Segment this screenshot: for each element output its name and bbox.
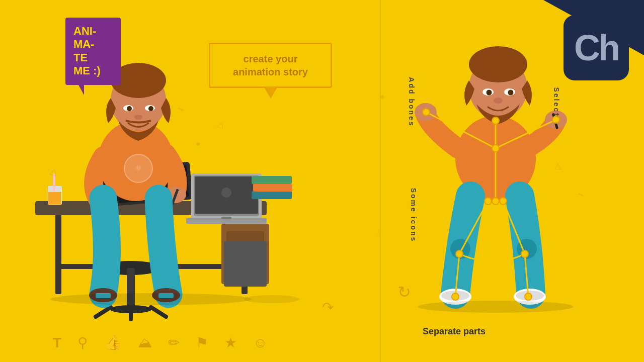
right-scene [380, 0, 644, 362]
svg-point-30 [127, 106, 132, 111]
svg-rect-16 [221, 217, 231, 219]
svg-point-79 [552, 116, 559, 123]
svg-rect-0 [55, 214, 61, 294]
svg-point-57 [494, 98, 503, 104]
icon-thumbsup: 👍 [104, 334, 122, 351]
svg-point-84 [452, 293, 459, 300]
svg-rect-18 [252, 191, 292, 199]
svg-point-56 [508, 90, 514, 96]
bottom-icons-row: T ⚲ 👍 ⛰ ✏ ⚑ ★ ☺ [53, 334, 268, 351]
scene-divider [380, 0, 381, 362]
svg-point-31 [148, 106, 153, 111]
svg-point-80 [485, 198, 492, 205]
icon-smiley: ☺ [253, 335, 268, 351]
svg-rect-19 [253, 184, 292, 192]
icon-mountain: ⛰ [138, 334, 152, 351]
orange-bubble-text: create your animation story [233, 53, 308, 77]
svg-rect-20 [252, 176, 292, 184]
select-label: Select [552, 87, 560, 117]
icon-pen: ✏ [168, 334, 180, 351]
circle-deco-1: ○ [408, 201, 411, 208]
svg-point-78 [423, 109, 430, 116]
icon-star: ★ [224, 334, 237, 351]
svg-point-85 [525, 293, 532, 300]
purple-speech-bubble: ANI- MA- TE ME :) [65, 18, 121, 85]
svg-line-7 [96, 307, 111, 317]
svg-point-32 [134, 115, 142, 120]
purple-bubble-text: ANI- MA- TE ME :) [73, 25, 101, 77]
svg-point-52 [469, 46, 527, 82]
character-rig-illustration [395, 23, 636, 334]
svg-point-81 [500, 198, 507, 205]
svg-rect-47 [224, 241, 267, 287]
icon-text: T [53, 335, 61, 351]
some-icons-label: Some icons [410, 188, 418, 243]
svg-point-49 [244, 295, 299, 303]
triangle-deco-4: △ [555, 161, 561, 170]
svg-point-77 [492, 198, 499, 205]
svg-point-55 [487, 90, 492, 96]
triangle-deco-3: ◁ [413, 111, 419, 120]
svg-point-75 [492, 117, 499, 124]
svg-rect-24 [48, 192, 61, 205]
svg-point-83 [521, 250, 528, 257]
svg-text:⚛: ⚛ [135, 164, 142, 172]
arrow-deco-2: ↷ [322, 299, 334, 316]
svg-point-86 [418, 301, 574, 313]
svg-point-17 [221, 188, 231, 198]
svg-point-76 [492, 145, 499, 152]
svg-line-8 [151, 307, 166, 317]
orange-speech-bubble: create your animation story [209, 43, 332, 88]
dot-deco-1: ◆ [196, 141, 200, 146]
separate-parts-label: Separate parts [423, 326, 486, 337]
icon-person: ⚲ [77, 334, 88, 351]
icon-flag: ⚑ [196, 334, 208, 351]
svg-point-82 [456, 250, 463, 257]
arrow-deco: ↺ [397, 283, 411, 302]
svg-point-48 [50, 293, 252, 305]
small-dot: ◆ [380, 93, 384, 100]
